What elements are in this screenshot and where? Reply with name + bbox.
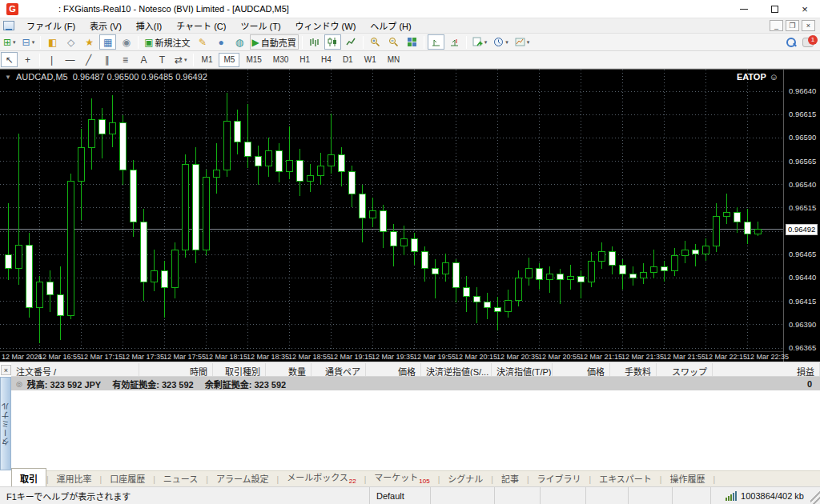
tab-9[interactable]: ライブラリ: [529, 470, 589, 488]
status-profile[interactable]: Default: [370, 487, 431, 504]
ea-smiley-icon[interactable]: ☺: [770, 72, 778, 82]
price-tick-label: 0.96365: [789, 343, 816, 352]
column-header[interactable]: 注文番号 /: [11, 363, 139, 376]
maximize-button[interactable]: [759, 0, 790, 18]
column-header[interactable]: 通貨ペア: [312, 363, 366, 376]
auto-trading-icon: ▶: [252, 38, 259, 47]
price-tick-label: 0.96540: [789, 180, 816, 189]
chart-shift-button[interactable]: [446, 34, 463, 50]
mdi-minimize-button[interactable]: _: [770, 20, 783, 31]
terminal-side-tab[interactable]: ターミナル: [0, 377, 11, 470]
new-order-button[interactable]: ▣新規注文: [142, 34, 192, 50]
cursor-button[interactable]: ↖: [1, 52, 18, 67]
auto-scroll-button[interactable]: [428, 34, 444, 50]
current-price-label: 0.96492: [786, 224, 818, 235]
column-header[interactable]: 価格: [366, 363, 421, 376]
time-tick-label: 12 Mar 20:55: [538, 353, 581, 361]
column-header[interactable]: 決済指値(T/P): [492, 363, 553, 376]
community-button[interactable]: ●: [213, 34, 230, 50]
chart-window-icon[interactable]: [3, 21, 14, 30]
timeframe-d1-button[interactable]: D1: [338, 53, 358, 67]
tab-2[interactable]: 口座履歴: [102, 470, 153, 488]
timeframe-m15-button[interactable]: M15: [241, 53, 266, 67]
close-button[interactable]: ×: [790, 0, 820, 18]
tab-8[interactable]: 記事: [493, 470, 527, 488]
tab-10[interactable]: エキスパート: [591, 470, 660, 488]
indicators-button[interactable]: ▾: [470, 34, 490, 50]
zoom-out-button[interactable]: [385, 34, 402, 50]
column-header[interactable]: 数量: [266, 363, 312, 376]
time-scale[interactable]: 12 Mar 202612 Mar 16:5512 Mar 17:1512 Ma…: [0, 351, 783, 362]
timeframe-h4-button[interactable]: H4: [316, 53, 336, 67]
tab-5[interactable]: メールボックス22: [279, 468, 364, 488]
column-header[interactable]: 価格: [553, 363, 610, 376]
tab-7[interactable]: シグナル: [440, 470, 491, 488]
timeframe-h1-button[interactable]: H1: [295, 53, 315, 67]
column-header[interactable]: 損益: [713, 363, 820, 376]
tab-11[interactable]: 操作履歴: [661, 470, 713, 488]
column-header[interactable]: 手数料: [610, 363, 657, 376]
price-scale[interactable]: 0.966400.966150.965900.965650.965400.965…: [783, 70, 820, 362]
timeframe-m1-button[interactable]: M1: [197, 53, 218, 67]
vertical-line-button[interactable]: |: [43, 52, 60, 67]
arrows-button[interactable]: ⇄▾: [172, 52, 190, 67]
text-label-button[interactable]: T: [154, 52, 171, 67]
timeframe-mn-button[interactable]: MN: [383, 53, 405, 67]
market-watch-button[interactable]: ◧: [44, 34, 61, 50]
data-window-button[interactable]: ◇: [62, 34, 79, 50]
tile-windows-button[interactable]: [404, 34, 420, 50]
menu-help[interactable]: ヘルプ (H): [363, 18, 418, 34]
terminal-close-button[interactable]: ×: [1, 365, 11, 375]
profiles-button[interactable]: ⊟▾: [20, 34, 38, 50]
auto-trading-button[interactable]: ▶自動売買: [250, 34, 299, 50]
tab-4[interactable]: アラーム設定: [208, 470, 277, 488]
text-button[interactable]: A: [135, 52, 152, 67]
navigator-button[interactable]: ★: [81, 34, 98, 50]
mdi-restore-button[interactable]: ❐: [786, 20, 799, 31]
zoom-in-button[interactable]: [367, 34, 384, 50]
line-chart-button[interactable]: [343, 34, 360, 50]
column-header[interactable]: 時間: [139, 363, 213, 376]
horizontal-line-button[interactable]: —: [62, 52, 78, 67]
toolbar-separator: [302, 36, 303, 49]
channel-button[interactable]: ∥: [98, 52, 115, 67]
tab-1[interactable]: 運用比率: [49, 470, 100, 488]
tab-6[interactable]: マーケット105: [366, 468, 437, 488]
timeframe-m5-button[interactable]: M5: [219, 53, 239, 67]
bar-chart-button[interactable]: [306, 34, 323, 50]
trendline-button[interactable]: ╱: [80, 52, 97, 67]
timeframe-m30-button[interactable]: M30: [268, 53, 293, 67]
search-icon[interactable]: [786, 38, 796, 47]
resize-grip[interactable]: [810, 487, 820, 504]
column-header[interactable]: スワップ: [657, 363, 713, 376]
menu-view[interactable]: 表示 (V): [82, 18, 129, 34]
mdi-close-button[interactable]: ×: [802, 20, 815, 31]
tab-trade[interactable]: 取引: [11, 468, 46, 488]
templates-button[interactable]: ▾: [512, 34, 533, 50]
timeframe-w1-button[interactable]: W1: [360, 53, 381, 67]
column-header[interactable]: 取引種別: [213, 363, 266, 376]
periods-button[interactable]: ▾: [491, 34, 511, 50]
fibonacci-button[interactable]: ≡: [117, 52, 134, 67]
candlestick-chart[interactable]: [0, 70, 783, 351]
navigator-icon: ★: [85, 38, 94, 47]
column-header[interactable]: 決済逆指値(S/...: [421, 363, 492, 376]
tab-3[interactable]: ニュース: [155, 470, 206, 488]
terminal-toggle-button[interactable]: ▦: [99, 34, 116, 50]
menu-window[interactable]: ウィンドウ (W): [288, 18, 364, 34]
signals-button[interactable]: ◍: [231, 34, 248, 50]
menu-file[interactable]: ファイル (F): [19, 18, 82, 34]
metaeditor-button[interactable]: ✎: [195, 34, 211, 50]
time-tick-label: 12 Mar 17:35: [122, 353, 164, 361]
candlestick-chart-button[interactable]: [324, 34, 341, 50]
zoom-out-icon: [388, 37, 399, 47]
crosshair-button[interactable]: +: [19, 52, 36, 67]
minimize-button[interactable]: [729, 0, 759, 18]
notifications-icon[interactable]: 1: [802, 38, 814, 47]
strategy-tester-button[interactable]: ◉: [118, 34, 135, 50]
collapse-triangle-icon[interactable]: ▼: [5, 74, 11, 81]
menu-chart[interactable]: チャート (C): [169, 18, 233, 34]
new-chart-button[interactable]: ⊞▾: [1, 34, 18, 50]
menu-insert[interactable]: 挿入(I): [129, 18, 169, 34]
menu-tools[interactable]: ツール (T): [233, 18, 287, 34]
